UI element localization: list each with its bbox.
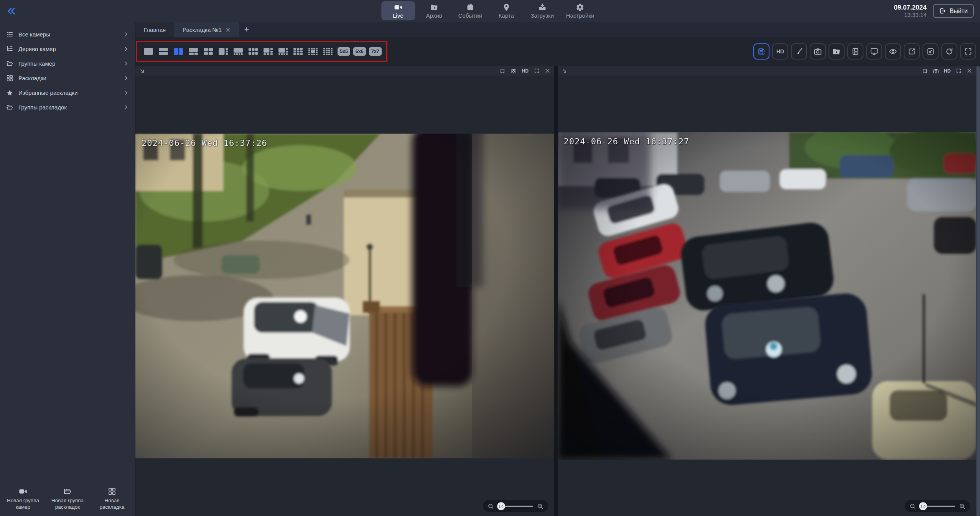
zoom-out-icon[interactable] [909, 503, 916, 509]
sidebar-list: Все камеры Дерево камер Группы камер Рас… [0, 22, 135, 114]
zoom-in-icon[interactable] [537, 503, 544, 509]
hd-badge[interactable]: HD [522, 68, 529, 74]
layout-1-plus-5-button[interactable] [262, 46, 275, 57]
layout-1-plus-3-button[interactable] [217, 46, 230, 57]
chevrons-left-icon [6, 6, 16, 16]
scrollbar[interactable] [976, 66, 980, 516]
layout-1-plus-7-button[interactable] [277, 46, 290, 57]
photo-camera-icon[interactable] [511, 68, 517, 74]
tab-home[interactable]: Главная [135, 22, 174, 37]
folder-play-icon [430, 3, 438, 12]
layout-1x1-icon [143, 48, 153, 55]
sidebar-item-layout-groups[interactable]: Группы раскладок [0, 100, 135, 114]
sidebar-item-layouts[interactable]: Раскладки [0, 71, 135, 85]
camera-video[interactable] [135, 134, 554, 458]
nav-item-settings[interactable]: Настройки [562, 1, 599, 20]
layout-1-plus-4-button[interactable] [232, 46, 245, 57]
zoom-out-icon[interactable] [488, 503, 494, 509]
sidebar-item-camera-groups[interactable]: Группы камер [0, 56, 135, 71]
expand-corner-icon[interactable] [562, 68, 568, 74]
collapse-sidebar-button[interactable] [6, 6, 16, 16]
zoom-slider[interactable]: 1.0 [498, 502, 533, 510]
sidebar: Все камеры Дерево камер Группы камер Рас… [0, 22, 135, 516]
tab-layout-1[interactable]: Раскладка №1 [174, 22, 239, 37]
layout-4x4-button[interactable] [321, 46, 334, 57]
clear-layout-button[interactable] [791, 43, 807, 60]
layout-1-plus-2-button[interactable] [187, 46, 200, 57]
screenshot-button[interactable] [810, 43, 826, 60]
fit-resize-button[interactable] [922, 43, 939, 60]
photo-camera-icon [814, 47, 822, 56]
journal-button[interactable] [847, 43, 863, 60]
photo-camera-icon[interactable] [933, 68, 939, 74]
chevron-right-icon [123, 90, 129, 96]
button-label: Новая группараскладок [51, 498, 84, 511]
close-icon[interactable] [967, 68, 972, 74]
bookmark-icon[interactable] [922, 68, 928, 74]
sidebar-item-favorite-layouts[interactable]: Избранные раскладки [0, 85, 135, 100]
save-layout-button[interactable] [753, 43, 769, 60]
zoom-slider-handle[interactable]: 1.0 [497, 502, 505, 510]
nav-item-events[interactable]: События [453, 1, 487, 20]
close-icon[interactable] [545, 68, 550, 74]
zoom-slider-handle[interactable]: 1.0 [919, 502, 927, 510]
nav-label: Архив [426, 12, 442, 19]
nav-item-live[interactable]: Live [381, 1, 415, 20]
layout-1-plus-3-icon [218, 48, 228, 55]
layout-2-columns-button[interactable] [172, 46, 185, 57]
tile-header: HD [135, 66, 554, 76]
nav-label: Карта [499, 12, 514, 19]
layout-2x2-button[interactable] [202, 46, 215, 57]
new-layout-group-button[interactable]: Новая группараскладок [45, 487, 90, 511]
events-icon [466, 3, 474, 12]
tab-close-button[interactable] [226, 27, 231, 32]
sidebar-item-all-cameras[interactable]: Все камеры [0, 27, 135, 41]
chevron-right-icon [123, 104, 129, 110]
list-icon [6, 31, 13, 38]
chevron-right-icon [123, 75, 129, 81]
camera-video[interactable] [558, 132, 977, 460]
layout-6x6-button[interactable]: 6x6 [353, 47, 366, 56]
zoom-in-icon[interactable] [959, 503, 965, 509]
layout-1-plus-12-button[interactable] [306, 46, 320, 57]
fullscreen-icon[interactable] [534, 68, 540, 74]
archive-button[interactable] [828, 43, 845, 60]
layout-3x2-button[interactable] [247, 46, 260, 57]
hd-label: HD [776, 48, 784, 55]
layout-5x5-button[interactable]: 5x5 [338, 47, 350, 56]
logout-button[interactable]: Выйти [933, 4, 974, 18]
export-button[interactable] [904, 43, 920, 60]
topbar: Live Архив События Карта Загрузки Настро… [0, 0, 980, 22]
display-button[interactable] [866, 43, 882, 60]
layout-2-rows-button[interactable] [157, 46, 170, 57]
refresh-button[interactable] [941, 43, 957, 60]
current-date: 09.07.2024 [894, 3, 927, 12]
add-tab-button[interactable]: + [239, 22, 254, 37]
expand-corner-icon[interactable] [139, 68, 145, 74]
grid-icon [6, 74, 13, 82]
nav-item-archive[interactable]: Архив [417, 1, 451, 20]
layout-3x3-button[interactable] [292, 46, 305, 57]
map-pin-icon [502, 3, 511, 12]
new-layout-button[interactable]: Новаяраскладка [90, 487, 134, 511]
sidebar-item-camera-tree[interactable]: Дерево камер [0, 41, 135, 56]
button-label: Новая группакамер [7, 498, 39, 511]
layout-1x1-button[interactable] [142, 46, 155, 57]
layout-7x7-button[interactable]: 7x7 [369, 47, 382, 56]
chevron-right-icon [123, 46, 129, 52]
fullscreen-icon[interactable] [956, 68, 962, 74]
new-camera-group-button[interactable]: Новая группакамер [1, 487, 45, 511]
zoom-value: 1.0 [921, 504, 926, 508]
main-area: Главная Раскладка №1 + [135, 22, 980, 516]
view-button[interactable] [885, 43, 901, 60]
hd-badge[interactable]: HD [944, 68, 951, 74]
nav-label: Загрузки [531, 12, 554, 19]
bookmark-icon[interactable] [499, 68, 506, 74]
nav-item-map[interactable]: Карта [489, 1, 523, 20]
fullscreen-button[interactable] [960, 43, 976, 60]
tile-header: HD [558, 66, 977, 76]
hd-quality-button[interactable]: HD [772, 43, 788, 60]
nav-item-downloads[interactable]: Загрузки [525, 1, 559, 20]
scrollbar-thumb[interactable] [977, 66, 980, 516]
zoom-slider[interactable]: 1.0 [920, 502, 955, 510]
